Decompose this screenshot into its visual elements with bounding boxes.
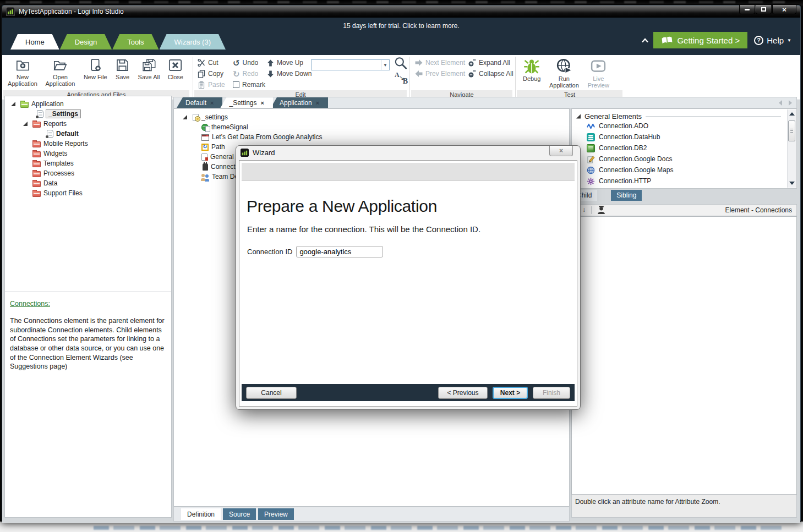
copy-button[interactable]: Copy xyxy=(198,68,225,79)
wizard-instruction: Enter a name for the connection. This wi… xyxy=(247,224,480,234)
move-up-button[interactable]: Move Up xyxy=(267,57,312,68)
connection-id-input[interactable] xyxy=(296,246,383,257)
save-all-button[interactable]: Save All xyxy=(135,56,163,80)
expander-icon[interactable] xyxy=(576,114,581,119)
expander-icon[interactable] xyxy=(11,102,15,106)
doc-tab-default[interactable]: Default × xyxy=(177,97,222,108)
elements-header[interactable]: General Elements xyxy=(572,109,796,120)
next-element-button[interactable]: Next Element xyxy=(415,57,465,68)
expander-icon[interactable] xyxy=(183,115,187,119)
elements-scrollbar[interactable] xyxy=(787,109,796,188)
tree-item-settings-root[interactable]: _settings xyxy=(174,112,569,122)
tree-item-settings[interactable]: _Settings xyxy=(5,109,171,119)
find-button[interactable] xyxy=(394,56,408,73)
scroll-left-icon[interactable] xyxy=(779,100,782,106)
wizard-footer: Cancel < Previous Next > Finish xyxy=(242,384,575,401)
save-button[interactable]: Save xyxy=(112,56,133,80)
doc-tab-settings[interactable]: _Settings × xyxy=(220,97,272,108)
combo-dropdown-icon[interactable]: ▼ xyxy=(381,60,389,70)
element-item-label: Connection.DataHub xyxy=(599,133,660,141)
tree-item-processes[interactable]: Processes xyxy=(5,168,171,178)
tab-close-icon[interactable]: × xyxy=(210,100,214,106)
new-application-button[interactable]: New Application xyxy=(6,56,40,87)
run-application-button[interactable]: Run Application xyxy=(546,56,582,89)
remark-checkbox[interactable]: Remark xyxy=(233,79,265,90)
tab-sibling[interactable]: Sibling xyxy=(611,190,642,201)
tree-item-label: _Settings xyxy=(46,109,81,118)
move-down-button[interactable]: Move Down xyxy=(267,68,312,79)
tree-item-support-files[interactable]: Support Files xyxy=(5,188,171,198)
tree-item-data[interactable]: Data xyxy=(5,178,171,188)
help-button[interactable]: ? Help ▼ xyxy=(749,32,797,48)
tree-item-google-analytics[interactable]: Let's Get Data From Google Analytics xyxy=(174,132,569,142)
prev-element-button[interactable]: Prev Element xyxy=(415,68,465,79)
application-tree-panel: Application _Settings Reports Default Mo… xyxy=(4,96,172,518)
live-preview-button[interactable]: Live Preview xyxy=(585,56,612,89)
undo-button[interactable]: ↺ Undo xyxy=(233,57,265,68)
tree-item-templates[interactable]: Templates xyxy=(5,158,171,168)
getting-started-button[interactable]: Getting Started > xyxy=(653,32,747,48)
finish-button[interactable]: Finish xyxy=(533,387,570,399)
doc-tab-application[interactable]: Application × xyxy=(271,97,328,108)
previous-button[interactable]: < Previous xyxy=(438,387,488,399)
tab-tools[interactable]: Tools xyxy=(112,34,159,50)
tab-home[interactable]: Home xyxy=(10,34,59,50)
element-item-datahub[interactable]: Connection.DataHub xyxy=(572,131,796,142)
editor-view-tabs: Definition Source Preview xyxy=(173,507,570,522)
tab-close-icon[interactable]: × xyxy=(316,100,319,106)
tab-source[interactable]: Source xyxy=(223,508,256,520)
attribute-grid[interactable] xyxy=(571,216,797,495)
element-item-http[interactable]: Connection.HTTP xyxy=(572,175,796,187)
redo-button[interactable]: ↻ Redo xyxy=(233,68,265,79)
google-maps-globe-icon xyxy=(587,166,595,174)
element-item-label: Connection.HTTP xyxy=(599,177,651,185)
help-title-link[interactable]: Connections: xyxy=(10,300,168,308)
wizard-close-button[interactable]: × xyxy=(549,146,573,156)
tab-design[interactable]: Design xyxy=(60,34,112,50)
tree-item-mobile-reports[interactable]: Mobile Reports xyxy=(5,139,171,149)
folder-icon xyxy=(32,161,41,167)
element-item-ado[interactable]: Connection.ADO xyxy=(572,120,796,131)
debug-button[interactable]: Debug xyxy=(520,56,543,82)
cut-label: Cut xyxy=(208,59,218,67)
cut-button[interactable]: Cut xyxy=(198,57,225,68)
attribute-agent-icon[interactable] xyxy=(597,206,605,215)
scroll-right-icon[interactable] xyxy=(789,100,792,106)
wizard-titlebar[interactable]: Wizard xyxy=(236,146,580,160)
next-button[interactable]: Next > xyxy=(493,387,528,399)
collapse-all-button[interactable]: Collapse All xyxy=(468,68,514,79)
arrow-left-icon xyxy=(415,70,423,78)
new-file-button[interactable]: New File xyxy=(81,56,110,80)
maximize-button[interactable] xyxy=(756,5,772,14)
element-item-label: Connection.Google Docs xyxy=(599,155,672,163)
close-file-button[interactable]: Close xyxy=(165,56,186,80)
element-item-google-docs[interactable]: Connection.Google Docs xyxy=(572,153,796,164)
element-item-db2[interactable]: Connection.DB2 xyxy=(572,142,796,153)
close-file-label: Close xyxy=(168,74,183,80)
tree-item-reports[interactable]: Reports xyxy=(5,119,171,129)
tab-preview[interactable]: Preview xyxy=(258,508,294,520)
cancel-button[interactable]: Cancel xyxy=(246,387,297,399)
collapse-ribbon-button[interactable] xyxy=(638,32,652,48)
minimize-button[interactable] xyxy=(739,5,755,14)
tree-item-themesignal[interactable]: themeSignal xyxy=(174,122,569,132)
open-application-button[interactable]: Open Application xyxy=(42,56,78,87)
tree-item-application[interactable]: Application xyxy=(5,99,171,109)
copy-label: Copy xyxy=(208,70,223,78)
redo-label: Redo xyxy=(243,70,259,78)
expander-icon[interactable] xyxy=(23,122,28,126)
tree-item-default[interactable]: Default xyxy=(5,129,171,139)
tree-item-widgets[interactable]: Widgets xyxy=(5,149,171,158)
element-item-google-maps[interactable]: Connection.Google Maps xyxy=(572,164,796,175)
replace-button[interactable]: A↘B xyxy=(395,73,409,85)
expand-all-button[interactable]: Expand All xyxy=(468,57,514,68)
scroll-down-icon[interactable] xyxy=(789,182,795,185)
scrollbar-thumb[interactable] xyxy=(788,120,795,141)
close-button[interactable]: × xyxy=(772,5,796,14)
tab-definition[interactable]: Definition xyxy=(181,508,221,520)
tab-wizards[interactable]: Wizards (3) xyxy=(160,34,226,50)
scroll-up-icon[interactable] xyxy=(789,112,795,116)
paste-button[interactable]: Paste xyxy=(198,79,225,90)
tab-close-icon[interactable]: × xyxy=(261,100,264,106)
search-input[interactable] xyxy=(312,60,381,70)
